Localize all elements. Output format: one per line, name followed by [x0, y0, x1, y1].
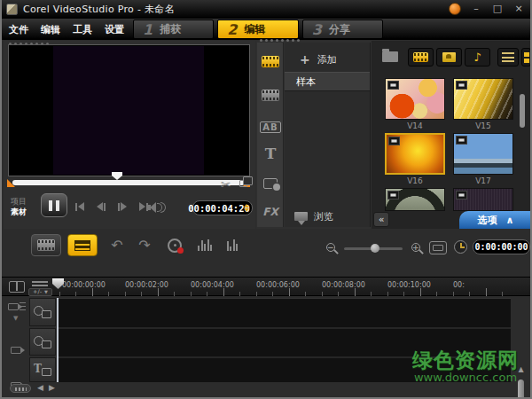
tab-share[interactable]: 3 分享	[302, 20, 383, 39]
tab-edit[interactable]: 2 编辑	[217, 20, 298, 39]
scroll-left-button[interactable]: ◀	[37, 383, 43, 392]
app-logo-icon	[6, 4, 18, 15]
thumbnail-v14[interactable]	[385, 78, 445, 120]
thumbnail-v17[interactable]	[453, 133, 513, 175]
timeline-tracks-icon	[74, 240, 90, 251]
nav-transitions-button[interactable]: AB	[257, 115, 284, 138]
volume-icon[interactable]	[147, 202, 163, 213]
zoom-out-button[interactable]: −	[326, 243, 335, 252]
thumbnail-partial[interactable]	[385, 188, 445, 211]
track-expand-arrow-icon[interactable]: ▼	[13, 315, 18, 322]
minimize-button[interactable]: –	[470, 3, 482, 15]
chevron-up-icon: ∧	[506, 215, 514, 226]
trim-start-handle-icon[interactable]	[7, 179, 15, 187]
overlay-track-icon	[34, 336, 51, 348]
thumbnail-v16-selected[interactable]	[385, 133, 445, 175]
nav-graphics-button[interactable]	[257, 172, 284, 195]
split-clip-scissors-icon[interactable]: ✂	[221, 177, 231, 192]
undo-button[interactable]: ↶	[102, 234, 132, 256]
add-remove-track-button[interactable]: +/- ▼	[28, 288, 52, 296]
track-swap-button[interactable]	[10, 384, 31, 393]
folder-icon[interactable]	[382, 51, 398, 62]
zoom-slider-knob[interactable]	[371, 244, 379, 253]
title-bar: Corel VideoStudio Pro - 未命名 – □ ×	[2, 0, 530, 19]
play-pause-button[interactable]	[41, 193, 67, 217]
thumbnail-label: V15	[453, 121, 513, 130]
timeline-tracks: ▼ T ◀ ▶ ▲ ▼	[2, 298, 532, 382]
close-button[interactable]: ×	[512, 3, 525, 15]
record-capture-button[interactable]	[160, 234, 190, 256]
video-clip-badge-icon	[456, 136, 467, 145]
track-manager-icon[interactable]	[9, 281, 25, 293]
nav-media-button[interactable]	[257, 50, 284, 73]
media-gallery: ♪ V14 V15 V16 V17	[372, 41, 532, 229]
storyboard-view-button[interactable]	[31, 234, 61, 256]
timecode-spinner[interactable]	[244, 204, 249, 212]
trim-bar[interactable]	[12, 180, 245, 185]
filter-photo-button[interactable]	[436, 48, 462, 66]
ruler-label: 00:00:04:00	[191, 281, 234, 289]
thumbnail-partial[interactable]	[453, 188, 513, 211]
photo-filter-icon	[442, 52, 456, 62]
video-track-header[interactable]	[29, 298, 56, 326]
overlay-track-visibility-icon[interactable]	[11, 347, 21, 354]
fit-to-window-button[interactable]	[429, 241, 447, 254]
home-button[interactable]	[73, 200, 87, 213]
timeline-view-button[interactable]	[67, 234, 98, 256]
previous-frame-button[interactable]	[94, 200, 108, 213]
corel-guide-icon[interactable]	[449, 3, 461, 15]
media-filmstrip-icon	[262, 56, 279, 67]
add-category-button[interactable]: + 添加	[285, 50, 370, 69]
thumbnail-v15[interactable]	[453, 78, 513, 120]
nav-instant-project-button[interactable]	[257, 83, 284, 106]
gallery-scrollbar[interactable]	[520, 94, 525, 128]
options-button[interactable]: 选项 ∧	[459, 211, 532, 229]
collapse-panel-button[interactable]: «	[373, 212, 389, 227]
menu-tools[interactable]: 工具	[73, 23, 92, 36]
clip-mode-label[interactable]: 素材	[11, 207, 27, 218]
menu-file[interactable]: 文件	[9, 23, 28, 36]
list-view-button[interactable]	[497, 48, 519, 66]
timeline-vertical-scrollbar[interactable]: ▲ ▼	[514, 365, 528, 399]
scrollbar-thumb[interactable]	[518, 379, 524, 399]
nav-filters-button[interactable]: FX	[257, 200, 284, 223]
category-sample[interactable]: 样本	[285, 72, 370, 91]
ruler-label: 00:00:00:00	[62, 281, 106, 289]
filter-video-button[interactable]	[408, 48, 434, 66]
overlay-track-header[interactable]	[29, 328, 56, 356]
gallery-toolbar: ♪	[372, 46, 532, 69]
redo-button[interactable]: ↷	[129, 234, 160, 256]
menu-edit[interactable]: 编辑	[41, 23, 60, 36]
ruler-label: 00:00:06:00	[256, 281, 300, 289]
tab-capture[interactable]: 1 捕获	[133, 20, 214, 39]
menu-settings[interactable]: 设置	[105, 23, 124, 36]
zoom-in-button[interactable]: +	[411, 243, 420, 252]
next-frame-button[interactable]	[115, 200, 129, 213]
timeline-ruler[interactable]: 00:00:00:00 00:00:02:00 00:00:04:00 00:0…	[2, 277, 532, 296]
instant-project-icon	[262, 90, 279, 101]
sort-view-button[interactable]	[521, 48, 531, 66]
scroll-right-button[interactable]: ▶	[49, 383, 55, 392]
app-window: Corel VideoStudio Pro - 未命名 – □ × 文件 编辑 …	[0, 0, 532, 399]
auto-music-button[interactable]	[190, 234, 220, 256]
storyboard-icon	[37, 239, 55, 251]
step-tabs: 1 捕获 2 编辑 3 分享	[133, 20, 383, 39]
preview-timecode-field[interactable]: 00:00:04:20	[192, 200, 253, 215]
timeline-timecode-field[interactable]: 0:00:00:00	[473, 239, 530, 254]
sound-mixer-button[interactable]	[217, 234, 247, 256]
browse-button[interactable]: 浏览	[285, 207, 370, 225]
video-track-visibility-icon[interactable]	[8, 302, 24, 312]
duration-clock-icon[interactable]	[454, 240, 467, 254]
ruler-scale[interactable]: 00:00:00:00 00:00:02:00 00:00:04:00 00:0…	[57, 278, 511, 297]
enlarge-preview-icon[interactable]	[239, 180, 247, 187]
panel-grip	[260, 39, 300, 42]
filter-audio-button[interactable]: ♪	[465, 48, 490, 66]
title-track-header[interactable]: T	[29, 357, 56, 382]
maximize-button[interactable]: □	[491, 3, 504, 15]
redo-icon: ↷	[138, 237, 150, 254]
scroll-up-icon[interactable]: ▲	[516, 365, 526, 373]
track-lanes[interactable]	[57, 298, 511, 382]
nav-titles-button[interactable]: T	[257, 142, 284, 165]
pause-icon	[49, 200, 52, 211]
video-track-icon	[34, 306, 51, 318]
